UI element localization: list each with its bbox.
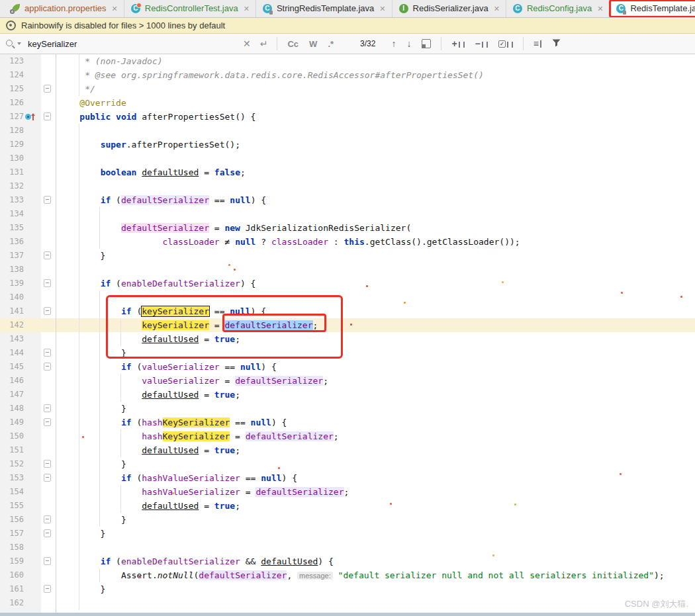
code-text[interactable] xyxy=(56,207,695,221)
fold-marker[interactable] xyxy=(44,112,51,120)
tab-RedisSerializer.java[interactable]: IRedisSerializer.java✕ xyxy=(393,0,506,17)
tab-close-icon[interactable]: ✕ xyxy=(494,5,500,13)
code-text[interactable]: } xyxy=(56,249,695,263)
fold-marker[interactable] xyxy=(44,418,51,426)
fold-marker[interactable] xyxy=(44,515,51,523)
fold-marker[interactable] xyxy=(44,363,51,371)
line-number[interactable]: 139 xyxy=(0,277,24,290)
line-number[interactable]: 133 xyxy=(0,193,24,207)
line-number[interactable]: 142 xyxy=(0,318,24,332)
tab-RedisControllerTest.java[interactable]: CRedisControllerTest.java✕ xyxy=(124,0,256,17)
line-number[interactable]: 156 xyxy=(0,513,24,527)
line-number[interactable]: 124 xyxy=(0,68,24,82)
tab-close-icon[interactable]: ✕ xyxy=(112,5,118,13)
code-text[interactable]: defaultUsed = true; xyxy=(56,499,695,513)
filter-lines-icon[interactable]: ≡ xyxy=(533,38,541,49)
line-number[interactable]: 152 xyxy=(0,457,24,471)
line-number[interactable]: 140 xyxy=(0,290,24,304)
add-occurrence-button[interactable]: + xyxy=(451,38,464,49)
tab-close-icon[interactable]: ✕ xyxy=(597,5,603,13)
code-text[interactable]: } xyxy=(56,527,695,541)
next-occurrence-button[interactable]: ↓ xyxy=(406,38,411,49)
code-text[interactable]: defaultUsed = true; xyxy=(56,332,695,346)
code-text[interactable]: super.afterPropertiesSet(); xyxy=(56,138,695,152)
fold-marker[interactable] xyxy=(44,529,51,537)
line-number[interactable]: 132 xyxy=(0,179,24,193)
fold-marker[interactable] xyxy=(44,557,51,565)
line-number[interactable]: 162 xyxy=(0,596,24,610)
code-text[interactable]: } xyxy=(56,402,695,416)
line-number[interactable]: 135 xyxy=(0,221,24,235)
previous-occurrence-button[interactable]: ↑ xyxy=(391,38,396,49)
newline-icon[interactable]: ↵ xyxy=(260,38,268,49)
fold-marker[interactable] xyxy=(44,474,51,482)
tab-RedisConfig.java[interactable]: CRedisConfig.java✕ xyxy=(506,0,610,17)
line-number[interactable]: 126 xyxy=(0,96,24,110)
line-number[interactable]: 125 xyxy=(0,82,24,96)
code-text[interactable]: keySerializer = defaultSerializer; xyxy=(56,318,695,332)
line-number[interactable]: 130 xyxy=(0,152,24,165)
filter-search-results-icon[interactable] xyxy=(552,39,561,49)
fold-marker[interactable] xyxy=(44,404,51,412)
code-text[interactable]: classLoader ≠ null ? classLoader : this.… xyxy=(56,235,695,249)
code-text[interactable]: boolean defaultUsed = false; xyxy=(56,165,695,179)
line-number[interactable]: 137 xyxy=(0,249,24,263)
code-text[interactable]: hashKeySerializer = defaultSerializer; xyxy=(56,429,695,443)
line-number[interactable]: 155 xyxy=(0,499,24,513)
line-number[interactable]: 161 xyxy=(0,582,24,596)
line-number[interactable]: 141 xyxy=(0,304,24,318)
line-number[interactable]: 145 xyxy=(0,360,24,374)
line-number[interactable]: 158 xyxy=(0,541,24,554)
line-number[interactable]: 153 xyxy=(0,471,24,485)
line-number[interactable]: 149 xyxy=(0,416,24,429)
tab-close-icon[interactable]: ✕ xyxy=(244,5,250,13)
line-number[interactable]: 150 xyxy=(0,429,24,443)
match-case-toggle[interactable]: Cc xyxy=(287,39,299,49)
line-number[interactable]: 123 xyxy=(0,54,24,68)
code-text[interactable]: if (hashValueSerializer == null) { xyxy=(56,471,695,485)
line-number[interactable]: 127 xyxy=(0,110,24,124)
code-text[interactable]: if (defaultSerializer == null) { xyxy=(56,193,695,207)
code-text[interactable]: } xyxy=(56,457,695,471)
code-text[interactable]: if (enableDefaultSerializer && defaultUs… xyxy=(56,554,695,568)
line-number[interactable]: 134 xyxy=(0,207,24,221)
line-number[interactable]: 143 xyxy=(0,332,24,346)
override-method-icon[interactable] xyxy=(25,111,36,122)
code-text[interactable]: defaultUsed = true; xyxy=(56,388,695,402)
code-text[interactable]: } xyxy=(56,582,695,596)
line-number[interactable]: 160 xyxy=(0,568,24,582)
code-text[interactable] xyxy=(56,179,695,193)
line-number[interactable]: 138 xyxy=(0,263,24,277)
remove-occurrence-button[interactable]: − xyxy=(475,38,488,49)
line-number[interactable]: 144 xyxy=(0,346,24,360)
code-text[interactable] xyxy=(56,596,695,610)
code-text[interactable]: if (hashKeySerializer == null) { xyxy=(56,416,695,429)
fold-marker[interactable] xyxy=(44,349,51,357)
code-text[interactable]: * (non-Javadoc) xyxy=(56,54,695,68)
code-text[interactable]: */ xyxy=(56,82,695,96)
code-text[interactable]: defaultSerializer = new JdkSerialization… xyxy=(56,221,695,235)
code-text[interactable]: hashValueSerializer = defaultSerializer; xyxy=(56,485,695,499)
select-all-occurrences-icon[interactable] xyxy=(422,39,431,48)
line-number[interactable]: 146 xyxy=(0,374,24,388)
tab-RedisTemplate.java[interactable]: CRedisTemplate.java✕ xyxy=(610,0,695,17)
search-options-caret-icon[interactable] xyxy=(17,42,21,45)
code-text[interactable]: Assert.notNull(defaultSerializer, messag… xyxy=(56,568,695,582)
code-text[interactable]: * @see org.springframework.data.redis.co… xyxy=(56,68,695,82)
line-number[interactable]: 157 xyxy=(0,527,24,541)
code-text[interactable]: if (valueSerializer == null) { xyxy=(56,360,695,374)
code-text[interactable] xyxy=(56,263,695,277)
clear-search-icon[interactable]: ✕ xyxy=(243,38,251,49)
line-number[interactable]: 159 xyxy=(0,554,24,568)
regex-toggle[interactable]: .* xyxy=(328,39,334,49)
code-text[interactable]: } xyxy=(56,513,695,527)
whole-words-toggle[interactable]: W xyxy=(309,39,317,49)
line-number[interactable]: 148 xyxy=(0,402,24,416)
search-input[interactable]: keySerializer xyxy=(28,39,238,49)
fold-marker[interactable] xyxy=(44,307,51,315)
line-number[interactable]: 154 xyxy=(0,485,24,499)
code-text[interactable] xyxy=(56,152,695,165)
fold-marker[interactable] xyxy=(44,251,51,259)
search-icon[interactable] xyxy=(5,39,15,49)
fold-marker[interactable] xyxy=(44,460,51,468)
